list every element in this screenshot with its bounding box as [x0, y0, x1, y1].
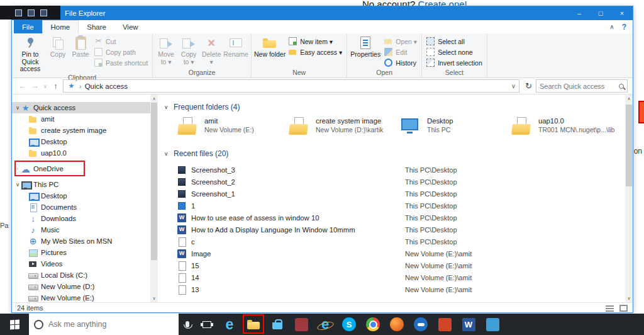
scrollbar-thumb[interactable] [151, 103, 157, 260]
taskbar-skype-icon[interactable]: S [337, 314, 361, 335]
task-view-button[interactable] [196, 314, 218, 335]
folder-tile-uap10[interactable]: uap10.0 TR001 MCN\.nuget\p...\lib [511, 117, 623, 136]
taskbar-edge-icon[interactable]: e [218, 314, 242, 335]
file-row[interactable]: 15 New Volume (E:)\amit [177, 259, 623, 271]
file-row[interactable]: Screenshot_2 This PC\Desktop [177, 176, 623, 188]
sidebar-item-new-volume-e[interactable]: New Volume (E:) [12, 292, 158, 302]
folder-tile-create-system-image[interactable]: create system image New Volume (D:)\kart… [289, 117, 400, 136]
sidebar-item-new-volume-d[interactable]: New Volume (D:) [12, 281, 158, 292]
taskbar-firefox-icon[interactable] [385, 314, 409, 335]
sidebar-item-local-disk-c[interactable]: Local Disk (C:) [12, 270, 158, 281]
minimize-ribbon-icon[interactable]: ∧ [609, 23, 614, 30]
copy-path-button[interactable]: Copy path [92, 47, 150, 57]
main-scrollbar[interactable]: ∧ ∨ [625, 94, 633, 302]
sidebar-item-music[interactable]: ♪ Music [12, 224, 158, 236]
taskbar-blue-round-app-icon[interactable] [409, 314, 433, 335]
taskbar-chrome-icon[interactable] [361, 314, 385, 335]
chevron-expanded-icon[interactable]: ∨ [14, 181, 21, 188]
easy-access-button[interactable]: Easy access ▾ [286, 47, 345, 57]
copy-to-button[interactable]: Copy to ▾ [177, 33, 200, 68]
file-row[interactable]: 13 New Volume (E:)\amit [177, 283, 623, 295]
paste-button[interactable]: Paste [69, 33, 92, 73]
scroll-down-icon[interactable]: ∨ [150, 294, 158, 302]
file-row[interactable]: 1 This PC\Desktop [177, 200, 623, 212]
taskbar-file-explorer-icon[interactable] [242, 314, 265, 335]
folder-tile-desktop[interactable]: Desktop This PC [400, 117, 511, 136]
scroll-down-icon[interactable]: ∨ [625, 294, 633, 302]
taskbar-word-icon[interactable]: W [457, 314, 480, 335]
sidebar-item-my-web-sites-on-msn[interactable]: ⊕ My Web Sites on MSN [12, 236, 158, 247]
new-folder-button[interactable]: New folder [253, 33, 286, 68]
window-titlebar[interactable]: File Explorer – □ × [12, 6, 633, 20]
maximize-button[interactable]: □ [590, 6, 611, 20]
sidebar-item-this-pc[interactable]: ∨ This PC [12, 179, 158, 190]
breadcrumb-location[interactable]: Quick access [85, 82, 128, 90]
help-icon[interactable]: ? [622, 23, 626, 31]
taskbar-search-box[interactable] [29, 314, 179, 335]
minimize-button[interactable]: – [569, 6, 590, 20]
file-row[interactable]: c This PC\Desktop [177, 236, 623, 247]
properties-button[interactable]: Properties [349, 33, 382, 68]
tab-share[interactable]: Share [79, 20, 114, 33]
rename-button[interactable]: Rename [223, 33, 249, 68]
sidebar-item-pictures[interactable]: Pictures [12, 247, 158, 258]
search-input[interactable] [540, 82, 619, 90]
select-all-button[interactable]: Select all [424, 36, 485, 47]
chevron-collapsed-icon[interactable]: › [14, 166, 21, 172]
sidebar-item-desktop-pinned[interactable]: Desktop [12, 136, 158, 147]
sidebar-item-create-system-image[interactable]: create system image [12, 125, 158, 136]
taskbar-orange-app-icon[interactable] [433, 314, 457, 335]
up-button[interactable]: ↑ [50, 81, 61, 91]
file-row[interactable]: 14 New Volume (E:)\amit [177, 271, 623, 283]
sidebar-item-documents[interactable]: Documents [12, 202, 158, 213]
search-box[interactable] [536, 79, 628, 93]
sidebar-item-quick-access[interactable]: ∨ ★ Quick access [12, 102, 158, 113]
search-icon[interactable] [619, 84, 624, 89]
copy-button[interactable]: Copy [47, 33, 69, 73]
new-item-button[interactable]: New item ▾ [286, 36, 345, 47]
open-button[interactable]: Open ▾ [382, 36, 419, 47]
details-view-icon[interactable] [606, 305, 614, 312]
invert-selection-button[interactable]: Invert selection [424, 57, 485, 68]
scrollbar-thumb[interactable] [626, 105, 632, 186]
file-row[interactable]: How to Add a Display Language In Window … [177, 224, 623, 236]
sidebar-item-downloads[interactable]: ↓ Downloads [12, 213, 158, 224]
chevron-expanded-icon[interactable]: ∨ [14, 105, 21, 111]
paste-shortcut-button[interactable]: Paste shortcut [92, 57, 150, 68]
breadcrumb[interactable]: ★ › Quick access ∨ [63, 79, 519, 93]
sidebar-item-desktop[interactable]: Desktop [12, 190, 158, 202]
close-button[interactable]: × [611, 6, 633, 20]
edit-button[interactable]: Edit [382, 47, 419, 57]
thumbnails-view-icon[interactable] [619, 305, 628, 312]
taskbar-light-blue-app-icon[interactable] [480, 314, 504, 335]
section-chevron-icon[interactable]: ∨ [163, 104, 169, 110]
back-button[interactable]: ← [17, 81, 28, 91]
refresh-button[interactable]: ↻ [523, 81, 534, 91]
address-dropdown-icon[interactable]: ∨ [511, 82, 516, 89]
sidebar-scrollbar[interactable]: ∧ ∨ [150, 94, 158, 302]
start-button[interactable] [0, 314, 29, 335]
file-row[interactable]: Screenshot_1 This PC\Desktop [177, 188, 623, 200]
taskbar-internet-explorer-icon[interactable]: e [313, 314, 337, 335]
taskbar-maroon-app-icon[interactable] [289, 314, 313, 335]
scroll-up-icon[interactable]: ∧ [150, 94, 158, 103]
recent-locations-icon[interactable]: ∨ [42, 83, 48, 89]
taskbar-search-input[interactable] [48, 320, 174, 329]
frequent-folders-header[interactable]: ∨ Frequent folders (4) [163, 102, 623, 112]
sidebar-item-onedrive[interactable]: › ☁ OneDrive [12, 163, 158, 174]
tab-file[interactable]: File [14, 20, 42, 33]
delete-button[interactable]: × Delete ▾ [200, 33, 223, 68]
file-row[interactable]: Screenshot_3 This PC\Desktop [177, 164, 623, 176]
sidebar-item-uap10[interactable]: uap10.0 [12, 147, 158, 159]
microphone-button[interactable] [179, 314, 196, 335]
recent-files-header[interactable]: ∨ Recent files (20) [163, 149, 623, 159]
tab-view[interactable]: View [114, 20, 147, 33]
cut-button[interactable]: ✂ Cut [92, 36, 150, 47]
move-to-button[interactable]: Move to ▾ [155, 33, 177, 68]
file-row[interactable]: Image New Volume (E:)\amit [177, 247, 623, 259]
history-button[interactable]: History [382, 57, 419, 68]
scroll-up-icon[interactable]: ∧ [625, 94, 633, 103]
forward-button[interactable]: → [30, 81, 40, 91]
sidebar-item-amit[interactable]: amit [12, 113, 158, 125]
folder-tile-amit[interactable]: amit New Volume (E:) [177, 117, 289, 136]
